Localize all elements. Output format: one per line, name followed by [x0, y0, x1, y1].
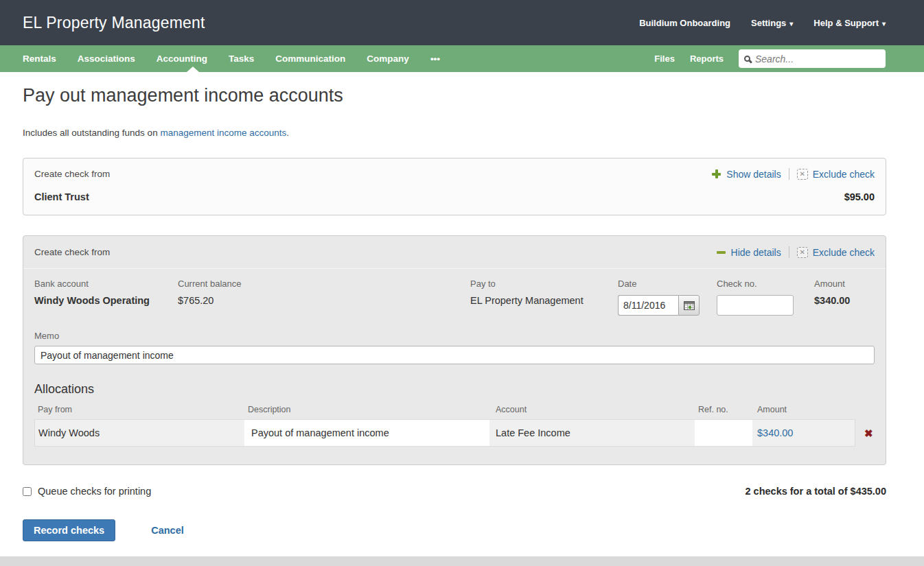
date-label: Date: [618, 279, 717, 289]
queue-checks-option[interactable]: Queue checks for printing: [23, 486, 151, 497]
memo-input[interactable]: [34, 346, 875, 364]
allocation-row-wrap: Windy Woods Late Fee Income $340.00 ✖: [34, 419, 875, 447]
page-title: Pay out management income accounts: [23, 85, 886, 106]
summary-bar: Queue checks for printing 2 checks for a…: [23, 486, 886, 497]
nav-item-communication[interactable]: Communication: [275, 54, 345, 64]
col-account: Account: [489, 405, 695, 414]
queue-checks-checkbox[interactable]: [23, 487, 32, 496]
current-balance-label: Current balance: [178, 279, 470, 289]
amount-value: $340.00: [814, 295, 875, 306]
col-ref-no: Ref. no.: [695, 405, 752, 414]
pay-to-label: Pay to: [470, 279, 618, 289]
divider: [789, 246, 789, 258]
col-pay-from: Pay from: [34, 405, 244, 414]
check-no-input[interactable]: [717, 295, 794, 316]
search-input[interactable]: [755, 54, 880, 64]
nav-item-files[interactable]: Files: [654, 54, 675, 64]
check-card-windy-woods: Create check from Hide details ✕Exclude …: [23, 235, 886, 465]
account-value: Late Fee Income: [489, 420, 695, 446]
allocations-header-row: Pay from Description Account Ref. no. Am…: [34, 405, 875, 414]
top-header: EL Property Management Buildium Onboardi…: [0, 0, 924, 45]
pay-to-value: EL Property Management: [470, 295, 618, 306]
delete-row-icon[interactable]: ✖: [864, 428, 873, 438]
help-support-menu[interactable]: Help & Support▾: [813, 18, 886, 28]
intro-text: Includes all outstanding funds on manage…: [23, 128, 886, 138]
record-checks-button[interactable]: Record checks: [23, 519, 115, 541]
chevron-down-icon: ▾: [789, 20, 793, 27]
top-header-links: Buildium Onboarding Settings▾ Help & Sup…: [639, 18, 886, 28]
search-box[interactable]: [739, 49, 886, 68]
active-tab-indicator: [187, 67, 199, 72]
chevron-down-icon: ▾: [882, 20, 886, 27]
nav-right: Files Reports: [654, 49, 886, 68]
hide-details-link[interactable]: Hide details: [717, 247, 781, 258]
minus-icon: [717, 251, 726, 254]
calendar-picker-button[interactable]: [678, 295, 700, 316]
bank-account-name: Client Trust: [34, 191, 89, 202]
bank-account-value: Windy Woods Operating: [34, 295, 178, 306]
plus-icon: [712, 169, 721, 178]
app-title: EL Property Management: [23, 14, 205, 32]
date-input[interactable]: [618, 295, 678, 316]
table-row: Windy Woods Late Fee Income $340.00: [34, 419, 855, 447]
settings-menu[interactable]: Settings▾: [751, 18, 793, 28]
col-amount: Amount: [752, 405, 875, 414]
nav-item-rentals[interactable]: Rentals: [23, 54, 56, 64]
amount-label: Amount: [814, 279, 875, 289]
page-bottom-strip: [0, 556, 924, 566]
divider: [789, 168, 789, 180]
main-nav: Rentals Associations Accounting Tasks Co…: [0, 45, 924, 72]
ref-no-input[interactable]: [695, 420, 752, 446]
nav-item-reports[interactable]: Reports: [690, 54, 724, 64]
page-content: Pay out management income accounts Inclu…: [0, 85, 924, 541]
action-bar: Record checks Cancel: [23, 519, 886, 541]
checks-total-text: 2 checks for a total of $435.00: [745, 486, 886, 497]
description-input[interactable]: [244, 420, 489, 446]
exclude-x-icon: ✕: [797, 247, 808, 258]
nav-item-tasks[interactable]: Tasks: [229, 54, 254, 64]
pay-from-value: Windy Woods: [35, 420, 244, 446]
allocation-amount-link[interactable]: $340.00: [757, 427, 793, 438]
current-balance-value: $765.20: [178, 295, 470, 306]
nav-item-more[interactable]: •••: [430, 54, 440, 64]
memo-label: Memo: [34, 331, 875, 341]
exclude-check-link[interactable]: ✕Exclude check: [797, 247, 875, 258]
nav-item-associations[interactable]: Associations: [78, 54, 135, 64]
exclude-x-icon: ✕: [797, 169, 808, 180]
management-income-accounts-link[interactable]: management income accounts: [160, 128, 286, 138]
nav-item-accounting[interactable]: Accounting: [157, 54, 207, 64]
show-details-link[interactable]: Show details: [712, 169, 781, 180]
exclude-check-link[interactable]: ✕Exclude check: [797, 169, 875, 180]
buildium-onboarding-link[interactable]: Buildium Onboarding: [639, 18, 730, 28]
check-card-client-trust: Create check from Show details ✕Exclude …: [23, 158, 886, 215]
bank-account-label: Bank account: [34, 279, 178, 289]
create-check-from-label: Create check from: [34, 247, 110, 257]
col-description: Description: [244, 405, 489, 414]
nav-left: Rentals Associations Accounting Tasks Co…: [23, 54, 440, 64]
check-no-label: Check no.: [717, 279, 814, 289]
search-icon: [744, 56, 750, 62]
create-check-from-label: Create check from: [34, 169, 110, 179]
cancel-link[interactable]: Cancel: [151, 525, 184, 536]
nav-item-company[interactable]: Company: [367, 54, 409, 64]
allocations-heading: Allocations: [34, 382, 875, 397]
calendar-icon: [684, 301, 695, 310]
check-amount: $95.00: [844, 191, 875, 202]
